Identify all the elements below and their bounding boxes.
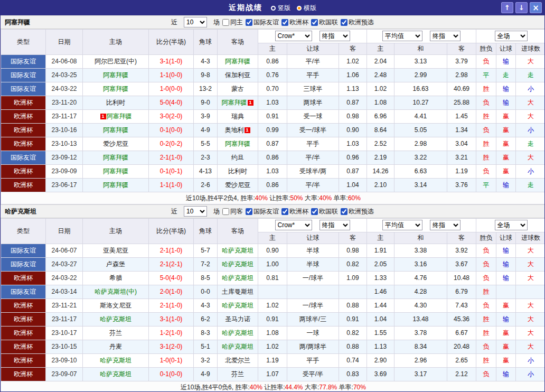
same-venue-checkbox[interactable] — [222, 19, 229, 26]
asian-odds-type-select[interactable]: 终指 — [320, 220, 350, 230]
league-badge: 欧洲杯 — [1, 110, 46, 124]
euro-draw-odds: 3.14 — [394, 179, 447, 192]
layout-horizontal-option[interactable]: 横版 — [297, 4, 316, 13]
close-button[interactable]: × — [530, 2, 542, 13]
col-header-1: 日期 — [46, 30, 83, 55]
away-team: 瑞典 — [218, 110, 258, 124]
corner-score: 5-7 — [194, 244, 218, 258]
recent-results-window: 近期战绩 竖版 横版 ↑ ↓ × 阿塞拜疆近10场同主国际友谊欧洲杯欧国联欧洲预… — [0, 0, 545, 392]
league-checkbox-0[interactable] — [246, 19, 252, 26]
handicap-result-header: 让球 — [496, 232, 516, 244]
asian-away-odds: 0.87 — [339, 96, 367, 110]
match-row: 欧洲杯23-10-13爱沙尼亚0-2(0-2)5-5阿塞拜疆0.87平手1.03… — [1, 137, 545, 151]
summary-segment: 40% — [319, 194, 332, 202]
corner-score: 9-8 — [194, 69, 218, 82]
match-result: 平 — [476, 69, 496, 82]
euro-home-odds: 1.44 — [367, 299, 394, 313]
bookmaker-select[interactable]: Crow* — [275, 31, 312, 41]
scope-select[interactable]: 全场 — [495, 31, 528, 41]
same-venue-label: 同客 — [230, 207, 243, 216]
league-checkbox-2[interactable] — [311, 208, 318, 215]
same-venue-checkbox[interactable] — [222, 208, 229, 215]
match-count-select[interactable]: 10 — [184, 206, 207, 217]
asian-odds-type-select[interactable]: 终指 — [320, 31, 350, 41]
summary-segment: 大率: — [303, 194, 320, 202]
euro-away-odds: 1.19 — [447, 165, 476, 179]
league-checkbox-1[interactable] — [281, 19, 288, 26]
league-checkbox-1[interactable] — [281, 208, 288, 215]
home-team: 卢森堡 — [83, 258, 149, 272]
asian-home-odds: 0.99 — [258, 124, 287, 137]
same-venue-option[interactable]: 同主 — [222, 18, 243, 27]
match-result: 负 — [476, 124, 496, 137]
league-checkbox-3[interactable] — [341, 19, 347, 26]
bookmaker-select[interactable]: Crow* — [275, 220, 312, 230]
league-filter-option-3[interactable]: 欧洲预选 — [341, 207, 374, 216]
euro-avg-select[interactable]: 平均值 — [382, 220, 422, 230]
scroll-up-button[interactable]: ↑ — [501, 2, 513, 13]
league-filter-option-1[interactable]: 欧洲杯 — [281, 18, 308, 27]
section-team-name: 哈萨克斯坦 — [5, 207, 36, 216]
league-filter-option-1[interactable]: 欧洲杯 — [281, 207, 308, 216]
scope-select[interactable]: 全场 — [495, 220, 528, 230]
handicap-result: 输 — [496, 96, 516, 110]
match-score: 0-1(0-0) — [149, 124, 194, 137]
league-checkbox-3[interactable] — [341, 208, 347, 215]
league-filter-option-0[interactable]: 国际友谊 — [246, 207, 279, 216]
radio-unselected-icon — [271, 6, 276, 11]
team-name-text: 哈萨克斯坦 — [222, 260, 253, 268]
match-result: 负 — [476, 55, 496, 69]
match-result: 负 — [476, 340, 496, 354]
league-checkbox-0[interactable] — [246, 208, 252, 215]
match-date: 23-09-12 — [46, 151, 83, 165]
match-score: 1-0(0-1) — [149, 354, 194, 368]
summary-segment: 让胜率: — [262, 384, 285, 391]
near-label: 近 — [171, 207, 177, 216]
match-count-select[interactable]: 10 — [184, 17, 207, 27]
goals-result: 大 — [516, 326, 545, 340]
match-date: 24-06-07 — [46, 244, 83, 258]
euro-odds-type-select[interactable]: 终指 — [430, 31, 461, 41]
goals-result: 小 — [516, 354, 545, 368]
match-row: 欧洲杯23-09-07哈萨克斯坦0-1(0-0)4-9芬兰1.07受平/半0.8… — [1, 368, 545, 381]
handicap-result: 赢 — [496, 137, 516, 151]
summary-segment: 近10场,胜4平2负4, 胜率: — [186, 194, 255, 202]
home-team: 斯洛文尼亚 — [83, 299, 149, 313]
match-score: 1-1(1-0) — [149, 179, 194, 192]
league-filter-option-0[interactable]: 国际友谊 — [246, 18, 279, 27]
league-badge: 国际友谊 — [1, 258, 46, 272]
match-result: 胜 — [476, 313, 496, 326]
asian-home-odds: 0.90 — [258, 244, 287, 258]
euro-away-odds: 3.92 — [447, 244, 476, 258]
euro-away-odds: 2.12 — [447, 368, 476, 381]
same-venue-option[interactable]: 同客 — [222, 207, 243, 216]
match-result: 平 — [476, 179, 496, 192]
league-filter-option-2[interactable]: 欧国联 — [311, 18, 338, 27]
euro-home-odds: 1.08 — [367, 96, 394, 110]
match-score: 3-1(1-0) — [149, 313, 194, 326]
layout-vertical-option[interactable]: 竖版 — [271, 4, 290, 13]
euro-odds-type-select[interactable]: 终指 — [430, 220, 461, 230]
euro-home-odds: 2.48 — [367, 69, 394, 82]
euro-avg-select[interactable]: 平均值 — [382, 31, 422, 41]
handicap-result: 赢 — [496, 165, 516, 179]
team-section-1: 哈萨克斯坦近10场同客国际友谊欧洲杯欧国联欧洲预选类型日期主场比分(半场)角球客… — [1, 204, 544, 392]
euro-draw-odds: 3.22 — [394, 151, 447, 165]
scroll-down-button[interactable]: ↓ — [515, 2, 528, 13]
handicap-result: 输 — [496, 82, 516, 96]
home-team: 亚美尼亚 — [83, 244, 149, 258]
league-badge: 国际友谊 — [1, 55, 46, 69]
team-name-text: 北爱尔兰 — [225, 357, 250, 364]
summary-segment: 单率: — [337, 384, 353, 391]
league-checkbox-2[interactable] — [311, 19, 318, 26]
league-filter-option-3[interactable]: 欧洲预选 — [341, 18, 374, 27]
euro-draw-odds: 2.98 — [394, 137, 447, 151]
goals-result: 小 — [516, 82, 545, 96]
asian-handicap: 受平/半 — [287, 368, 339, 381]
euro-away-odds: 3.76 — [447, 179, 476, 192]
asian-home-odds: 1.03 — [258, 165, 287, 179]
handicap-result: 输 — [496, 179, 516, 192]
league-filter-option-2[interactable]: 欧国联 — [311, 207, 338, 216]
handicap-result: 赢 — [496, 354, 516, 368]
euro-away-odds: 2.98 — [447, 69, 476, 82]
